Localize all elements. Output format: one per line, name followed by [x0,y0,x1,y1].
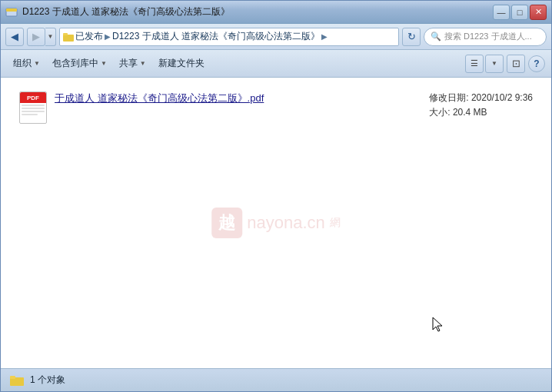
size-label: 大小: [429,107,450,118]
maximize-button[interactable]: □ [511,5,528,20]
refresh-button[interactable]: ↻ [402,28,421,46]
minimize-button[interactable]: — [493,5,510,20]
share-dropdown-icon: ▼ [140,60,146,67]
modified-label: 修改日期: [429,92,468,103]
list-view-icon: ☰ [471,58,478,68]
search-icon: 🔍 [431,32,441,42]
window-icon [5,6,18,18]
file-name: 于成道人 道家秘法《奇门高级心法第二版》.pdf [55,91,421,105]
file-info: 于成道人 道家秘法《奇门高级心法第二版》.pdf [55,91,421,107]
file-metadata: 修改日期: 2020/10/2 9:36 大小: 20.4 MB [429,91,533,121]
back-button[interactable]: ◀ [5,28,24,46]
share-button[interactable]: 共享 ▼ [113,52,152,75]
close-button[interactable]: ✕ [530,5,547,20]
search-placeholder-text: 搜索 D1223 于成道人... [444,31,532,42]
status-folder-icon [10,374,24,387]
new-folder-label: 新建文件夹 [158,57,205,70]
help-button[interactable]: ? [528,55,545,72]
folder-icon [63,32,74,42]
file-item[interactable]: PDF 于成道人 道家秘法《奇门高级心法第二版》.pdf [13,87,539,128]
include-library-dropdown-icon: ▼ [101,60,107,67]
svg-rect-6 [10,376,15,379]
window-controls: — □ ✕ [493,5,547,20]
pdf-label: PDF [20,92,46,103]
search-box[interactable]: 🔍 搜索 D1223 于成道人... [424,28,547,46]
address-path[interactable]: 已发布 ▶ D1223 于成道人 道家秘法《奇门高级心法第二版》 ▶ [59,28,399,46]
path-sep-2: ▶ [321,32,328,41]
content-area: 越 nayona.cn 網 PDF [1,78,551,368]
path-main-folder: D1223 于成道人 道家秘法《奇门高级心法第二版》 [112,30,320,43]
path-sep-1: ▶ [105,32,111,41]
toolbar: 组织 ▼ 包含到库中 ▼ 共享 ▼ 新建文件夹 ☰ ▼ ⊡ ? [1,50,551,78]
file-size-line: 大小: 20.4 MB [429,106,533,119]
organize-dropdown-icon: ▼ [34,60,40,67]
file-list: PDF 于成道人 道家秘法《奇门高级心法第二版》.pdf [1,78,551,368]
view-dropdown-button[interactable]: ▼ [485,55,504,73]
modified-date: 2020/10/2 9:36 [471,92,533,103]
status-bar: 1 个对象 [1,368,551,391]
organize-button[interactable]: 组织 ▼ [7,52,46,75]
nav-dropdown-button[interactable]: ▼ [45,28,56,46]
file-modified-line: 修改日期: 2020/10/2 9:36 [429,91,533,105]
toolbar-right: ☰ ▼ ⊡ ? [465,55,545,73]
organize-label: 组织 [13,57,32,70]
details-pane-button[interactable]: ⊡ [507,55,525,73]
address-bar: ◀ ▶ ▼ 已发布 ▶ D1223 于成道人 道家秘法《奇门高级心法第二版》 ▶… [1,24,551,50]
include-library-label: 包含到库中 [52,57,98,70]
title-bar: D1223 于成道人 道家秘法《奇门高级心法第二版》 — □ ✕ [1,1,551,24]
svg-rect-3 [63,33,68,35]
status-count: 1 个对象 [30,374,65,387]
pdf-icon: PDF [19,91,47,124]
include-library-button[interactable]: 包含到库中 ▼ [46,52,113,75]
size-value: 20.4 MB [453,107,487,118]
list-view-button[interactable]: ☰ [465,55,484,73]
share-label: 共享 [119,57,138,70]
new-folder-button[interactable]: 新建文件夹 [152,52,211,75]
svg-rect-2 [63,35,74,42]
window-title: D1223 于成道人 道家秘法《奇门高级心法第二版》 [22,5,493,18]
svg-rect-1 [6,8,17,12]
path-published: 已发布 [75,30,103,43]
explorer-window: D1223 于成道人 道家秘法《奇门高级心法第二版》 — □ ✕ ◀ ▶ ▼ 已… [0,0,552,392]
forward-button[interactable]: ▶ [27,28,45,46]
